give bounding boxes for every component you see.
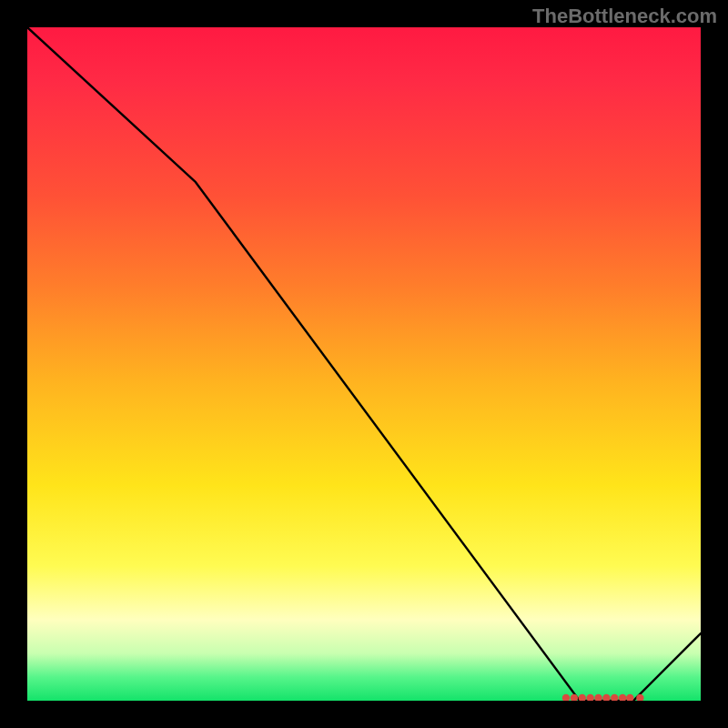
chart-container: TheBottleneck.com [0,0,728,728]
optimal-marker [602,694,610,701]
watermark-text: TheBottleneck.com [532,5,717,28]
optimal-marker [594,694,602,701]
optimal-marker [611,694,618,701]
optimal-marker [571,694,578,701]
optimal-marker [586,694,593,701]
chart-svg [27,27,701,701]
optimal-markers-group [562,694,644,701]
optimal-marker [562,694,570,701]
optimal-marker [626,694,633,701]
optimal-marker [619,694,626,701]
bottleneck-curve-path [27,27,701,701]
plot-area [27,27,701,701]
optimal-marker [579,694,586,701]
